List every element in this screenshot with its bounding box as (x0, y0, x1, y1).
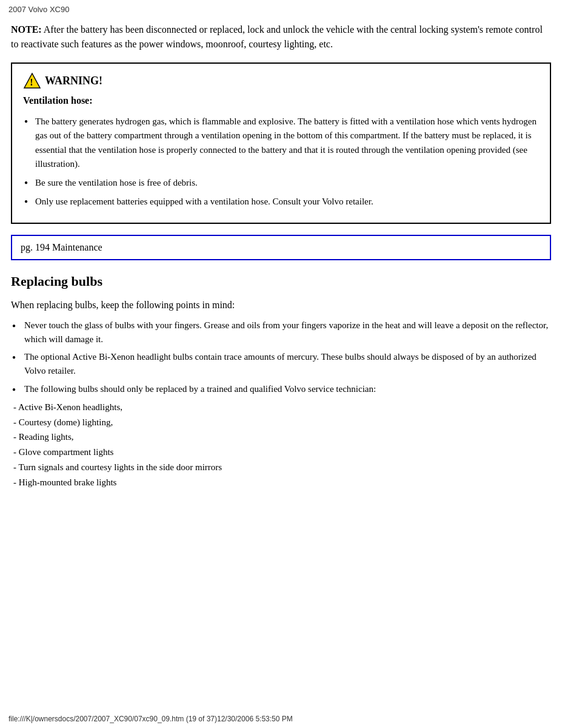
bullet-item-1: Never touch the glass of bulbs with your… (11, 318, 551, 347)
replacing-bulbs-bullet-list: Never touch the glass of bulbs with your… (11, 318, 551, 396)
page-banner: pg. 194 Maintenance (11, 235, 551, 260)
warning-list: The battery generates hydrogen gas, whic… (23, 115, 539, 209)
dash-item-3: - Reading lights, (11, 430, 551, 445)
warning-title-text: WARNING! (45, 75, 102, 87)
warning-item-2: Be sure the ventilation hose is free of … (23, 176, 539, 190)
warning-box: ! WARNING! Ventilation hose: The battery… (11, 62, 551, 224)
replacing-bulbs-intro: When replacing bulbs, keep the following… (11, 298, 551, 312)
warning-title-row: ! WARNING! (23, 72, 539, 89)
page-banner-text: pg. 194 Maintenance (21, 242, 102, 252)
warning-icon: ! (23, 72, 41, 89)
note-label: NOTE: (11, 24, 42, 35)
page-footer: file:///K|/ownersdocs/2007/2007_XC90/07x… (8, 715, 293, 723)
dash-item-1: - Active Bi-Xenon headlights, (11, 400, 551, 415)
warning-item-3: Only use replacement batteries equipped … (23, 195, 539, 209)
note-text: After the battery has been disconnected … (11, 24, 543, 49)
replacing-bulbs-dash-list: - Active Bi-Xenon headlights, - Courtesy… (11, 400, 551, 490)
warning-item-1: The battery generates hydrogen gas, whic… (23, 115, 539, 171)
replacing-bulbs-title: Replacing bulbs (11, 274, 551, 289)
bullet-item-3: The following bulbs should only be repla… (11, 382, 551, 396)
bullet-item-2: The optional Active Bi-Xenon headlight b… (11, 350, 551, 379)
footer-text: file:///K|/ownersdocs/2007/2007_XC90/07x… (8, 715, 293, 723)
warning-subtitle: Ventilation hose: (23, 95, 539, 106)
dash-item-2: - Courtesy (dome) lighting, (11, 415, 551, 430)
dash-item-4: - Glove compartment lights (11, 445, 551, 460)
page-header: 2007 Volvo XC90 (0, 0, 562, 16)
svg-text:!: ! (30, 77, 33, 87)
page-header-title: 2007 Volvo XC90 (8, 5, 69, 14)
note-paragraph: NOTE: After the battery has been disconn… (11, 22, 551, 52)
main-content: NOTE: After the battery has been disconn… (0, 16, 562, 514)
dash-item-6: - High-mounted brake lights (11, 475, 551, 490)
dash-item-5: - Turn signals and courtesy lights in th… (11, 460, 551, 475)
